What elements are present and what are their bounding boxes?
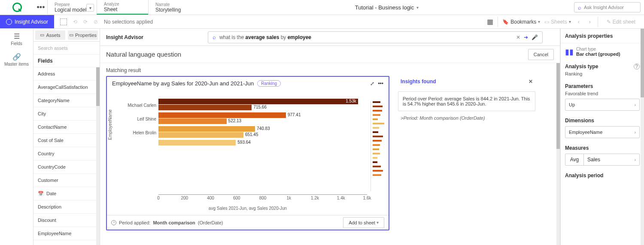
expand-icon[interactable]: ⤢ bbox=[370, 81, 374, 87]
field-item[interactable]: EmployeeName bbox=[33, 227, 100, 240]
navigation-icon[interactable]: ••• bbox=[34, 3, 47, 12]
prepare-label: Prepare bbox=[55, 2, 90, 7]
field-item[interactable]: AverageCallSatisfaction bbox=[33, 81, 100, 94]
panel-icon: ▭ bbox=[69, 32, 73, 38]
bookmarks-button[interactable]: 🔖 Bookmarks ▾ bbox=[502, 19, 540, 25]
insight-text: Period over Period: average Sales is 844… bbox=[398, 91, 535, 111]
dimensions-label: Dimensions bbox=[565, 118, 594, 124]
search-placeholder: Ask Insight Advisor bbox=[584, 5, 624, 10]
analysis-type-label: Analysis type bbox=[565, 64, 598, 70]
eye-icon bbox=[6, 19, 12, 25]
analysis-period-label: Analysis period bbox=[565, 172, 603, 178]
narrate-value: Storytelling bbox=[155, 7, 193, 13]
dimension-select[interactable]: EmployeeName› bbox=[565, 126, 640, 138]
field-item[interactable]: Discount bbox=[33, 214, 100, 227]
prev-sheet-icon: ‹ bbox=[575, 19, 582, 25]
add-to-sheet-button[interactable]: Add to sheet ▾ bbox=[343, 217, 384, 228]
chevron-down-icon[interactable]: ▾ bbox=[416, 5, 419, 10]
fav-trend-select[interactable]: Up› bbox=[565, 99, 640, 111]
chart-type-row[interactable]: ▮▮ Chart type Bar chart (grouped) bbox=[561, 43, 644, 60]
card-title: EmployeeName by avg Sales for 2020-Jun a… bbox=[112, 80, 254, 87]
ranking-badge: Ranking bbox=[257, 80, 281, 87]
center-scrollbar[interactable] bbox=[556, 63, 560, 245]
ia-title: Insight Advisor bbox=[106, 34, 143, 40]
narrate-tab[interactable]: Narrate Storytelling bbox=[148, 0, 200, 15]
chevron-down-icon: ▾ bbox=[538, 19, 540, 24]
insights-header: Insights found ✕ bbox=[398, 76, 535, 87]
nlq-title: Natural language question bbox=[106, 51, 181, 58]
insight-subtext: >Period: Month comparison (OrderDate) bbox=[398, 115, 535, 121]
qlik-logo[interactable] bbox=[0, 3, 34, 12]
question-input[interactable]: ⌕ what is the average sales by employee … bbox=[208, 31, 543, 43]
minimap[interactable] bbox=[371, 101, 384, 191]
x-axis-label: avg Sales 2021-Jun, avg Sales 2020-Jun bbox=[107, 206, 389, 211]
search-icon: ⌕ bbox=[213, 34, 216, 40]
sheets-button: ▭ Sheets ▾ bbox=[544, 19, 571, 25]
close-icon[interactable]: ✕ bbox=[529, 79, 533, 85]
measures-label: Measures bbox=[565, 145, 589, 151]
sidebar-master-items[interactable]: 🔗 Master items bbox=[0, 49, 33, 70]
more-icon[interactable]: ••• bbox=[378, 81, 383, 87]
app-title[interactable]: Tutorial - Business logic ▾ bbox=[200, 4, 574, 11]
fields-icon: ☰ bbox=[14, 32, 20, 40]
field-item[interactable]: Description bbox=[33, 200, 100, 214]
clock-icon bbox=[111, 220, 116, 225]
search-assets-input[interactable]: Search assets bbox=[33, 42, 100, 54]
selection-tools: ⟲ ⟳ ⊘ No selections applied bbox=[54, 18, 159, 25]
prepare-value: Logical model bbox=[55, 7, 90, 13]
ap-header: Analysis properties bbox=[561, 29, 644, 43]
field-item[interactable]: Address bbox=[33, 67, 100, 81]
search-icon: ⌕ bbox=[578, 4, 581, 11]
field-item[interactable]: Country bbox=[33, 147, 100, 160]
selections-tool-icon[interactable]: ▦ bbox=[487, 18, 493, 26]
clear-icon[interactable]: ✕ bbox=[516, 34, 520, 40]
fields-header: Fields bbox=[33, 54, 100, 67]
sidebar-fields[interactable]: ☰ Fields bbox=[0, 29, 33, 49]
fav-trend-label: Favorable trend bbox=[565, 91, 640, 96]
measure-select[interactable]: Sales› bbox=[584, 154, 640, 166]
matching-header: Matching result bbox=[106, 67, 554, 73]
field-item[interactable]: City bbox=[33, 107, 100, 121]
panel-icon: ▭ bbox=[40, 32, 44, 38]
analyze-value: Sheet bbox=[104, 6, 141, 12]
cancel-button[interactable]: Cancel bbox=[528, 49, 554, 60]
forward-icon: ⟳ bbox=[83, 19, 88, 25]
next-sheet-icon: › bbox=[586, 19, 593, 25]
clear-icon: ⊘ bbox=[94, 19, 98, 25]
pencil-icon: ✎ bbox=[607, 19, 611, 25]
chevron-down-icon[interactable]: ▾ bbox=[86, 4, 94, 12]
analyze-label: Analyze bbox=[104, 2, 141, 6]
analyze-tab[interactable]: Analyze Sheet bbox=[97, 0, 148, 15]
edit-sheet-button: ✎ Edit sheet bbox=[602, 19, 640, 25]
bar-chart-icon: ▮▮ bbox=[565, 48, 573, 56]
field-item[interactable]: CategoryName bbox=[33, 94, 100, 107]
prepare-tab[interactable]: Prepare Logical model ▾ bbox=[47, 0, 97, 15]
sheets-icon: ▭ bbox=[544, 19, 549, 25]
properties-tab[interactable]: ▭Properties bbox=[68, 30, 98, 40]
analysis-card: EmployeeName by avg Sales for 2020-Jun a… bbox=[106, 76, 389, 230]
aggregate-select[interactable]: Avg bbox=[565, 154, 584, 166]
submit-icon[interactable]: ➜ bbox=[524, 34, 528, 40]
ap-scrollbar[interactable] bbox=[641, 29, 644, 245]
bar-chart: EmployeeName Michael Carlen1.53k715.66Le… bbox=[107, 90, 389, 215]
scrollbar[interactable] bbox=[96, 67, 100, 245]
calendar-icon: 📅 bbox=[38, 191, 44, 197]
smart-select-icon[interactable] bbox=[60, 18, 67, 25]
insight-advisor-badge[interactable]: Insight Advisor bbox=[0, 15, 54, 28]
assets-tab[interactable]: ▭Assets bbox=[35, 30, 65, 40]
back-icon: ⟲ bbox=[73, 19, 77, 25]
field-item[interactable]: Customer bbox=[33, 174, 100, 187]
field-item[interactable]: 📅Date bbox=[33, 187, 100, 200]
y-axis-label: EmployeeName bbox=[108, 109, 112, 140]
bookmark-icon: 🔖 bbox=[502, 19, 509, 25]
global-search[interactable]: ⌕ Ask Insight Advisor bbox=[574, 2, 641, 12]
field-item[interactable]: ContactName bbox=[33, 121, 100, 134]
narrate-label: Narrate bbox=[155, 2, 193, 7]
mic-icon[interactable]: 🎤 bbox=[532, 34, 538, 40]
link-icon: 🔗 bbox=[12, 53, 21, 61]
help-icon[interactable]: ? bbox=[634, 64, 640, 70]
field-item[interactable]: Cost of Sale bbox=[33, 134, 100, 147]
parameters-label: Parameters bbox=[565, 83, 593, 89]
analysis-type-value: Ranking bbox=[565, 71, 640, 76]
field-item[interactable]: CountryCode bbox=[33, 160, 100, 174]
